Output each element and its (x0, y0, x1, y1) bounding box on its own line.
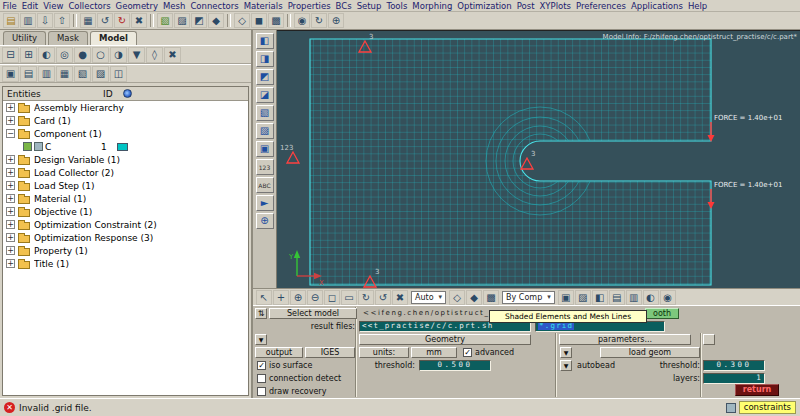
wireframe-mode-icon[interactable]: ◇ (449, 290, 465, 305)
config-view-icon[interactable]: ◫ (110, 66, 127, 82)
redo-icon[interactable]: ↻ (114, 13, 130, 28)
tree-item-component-c[interactable]: C 1 (3, 140, 248, 153)
shaded-mesh-mode-icon[interactable]: ▩ (483, 290, 499, 305)
section-cut-icon[interactable]: ◧ (592, 290, 608, 305)
tree-item-optimization-response[interactable]: Optimization Response (3) (3, 231, 248, 244)
zoom-in-icon[interactable]: ⊕ (290, 290, 306, 305)
geom-view-icon[interactable]: ▨ (92, 66, 109, 82)
tab-utility[interactable]: Utility (3, 31, 46, 45)
tree-item-load-step[interactable]: Load Step (1) (3, 179, 248, 192)
rotate-icon[interactable]: ↻ (358, 290, 374, 305)
menu-tools[interactable]: Tools (384, 1, 410, 11)
expand-icon[interactable] (6, 194, 15, 203)
menu-setup[interactable]: Setup (354, 1, 384, 11)
expand-tree-icon[interactable]: ⊞ (20, 47, 37, 63)
open-file-icon[interactable]: ▤ (3, 13, 19, 28)
menu-bcs[interactable]: BCs (333, 1, 354, 11)
units-value-button[interactable]: mm (411, 347, 457, 358)
tree-item-load-collector[interactable]: Load Collector (2) (3, 166, 248, 179)
menu-edit[interactable]: Edit (19, 1, 40, 11)
tree-item-assembly-hierarchy[interactable]: Assembly Hierarchy (3, 101, 248, 114)
menu-post[interactable]: Post (514, 1, 537, 11)
checkbox-icon[interactable] (257, 361, 266, 370)
layers-field[interactable]: 1 (703, 373, 765, 384)
selection-mode-select[interactable]: Auto ▾ (411, 291, 446, 304)
component-color-swatch[interactable] (117, 143, 128, 151)
expand-icon[interactable] (6, 246, 15, 255)
filter-icon[interactable]: ▼ (128, 47, 145, 63)
menu-properties[interactable]: Properties (285, 1, 333, 11)
menu-view[interactable]: View (41, 1, 66, 11)
menu-connectors[interactable]: Connectors (188, 1, 241, 11)
wireframe-view-icon[interactable]: ◇ (234, 13, 250, 28)
menu-optimization[interactable]: Optimization (455, 1, 514, 11)
view-left-icon[interactable]: ▧ (256, 105, 274, 121)
mask-panel-icon[interactable]: ▤ (609, 290, 625, 305)
units-dropdown[interactable]: units: (359, 347, 409, 358)
mesh-shaded-view-icon[interactable]: ▩ (268, 13, 284, 28)
return-button[interactable]: return (735, 384, 779, 396)
threshold-iso-field[interactable]: 0.500 (419, 360, 491, 371)
color-mode-select[interactable]: By Comp ▾ (502, 291, 555, 304)
entity-state-icon[interactable]: ◆ (208, 13, 224, 28)
fit-icon[interactable]: ▭ (341, 290, 357, 305)
expand-icon[interactable] (6, 220, 15, 229)
tree-item-component[interactable]: Component (1) (3, 127, 248, 140)
pan-icon[interactable]: + (273, 290, 289, 305)
show-hide-icon[interactable]: ◐ (38, 47, 55, 63)
tree-item-material[interactable]: Material (1) (3, 192, 248, 205)
load-geom-dropdown[interactable]: ▼ (560, 347, 572, 358)
collapse-icon[interactable] (6, 129, 15, 138)
menu-materials[interactable]: Materials (241, 1, 285, 11)
property-view-icon[interactable]: ▤ (20, 66, 37, 82)
isolate-icon[interactable]: ◎ (56, 47, 73, 63)
expand-icon[interactable] (6, 168, 15, 177)
threshold-autobead-field[interactable]: 0.300 (703, 360, 765, 371)
reverse-icon[interactable]: ◐ (643, 290, 659, 305)
expand-icon[interactable] (6, 207, 15, 216)
panel-down-button[interactable]: ▼ (255, 334, 267, 345)
menu-mesh[interactable]: Mesh (160, 1, 187, 11)
menu-xyplots[interactable]: XYPlots (537, 1, 573, 11)
previous-view-icon[interactable]: ↺ (375, 290, 391, 305)
menu-geometry[interactable]: Geometry (113, 1, 160, 11)
clear-icon[interactable]: ✖ (392, 290, 408, 305)
undo-icon[interactable]: ↺ (97, 13, 113, 28)
load-view-icon[interactable]: ▦ (56, 66, 73, 82)
colors-icon[interactable]: ◩ (191, 13, 207, 28)
menu-preferences[interactable]: Preferences (573, 1, 628, 11)
delete-entity-icon[interactable]: ✖ (164, 47, 181, 63)
tree-item-objective[interactable]: Objective (1) (3, 205, 248, 218)
autobead-dropdown[interactable]: ▼ (560, 360, 572, 371)
expand-icon[interactable] (6, 103, 15, 112)
view-top-icon[interactable]: ◩ (256, 69, 274, 85)
unmask-icon[interactable]: ▥ (626, 290, 642, 305)
tab-mask[interactable]: Mask (48, 31, 88, 45)
iso-surface-checkbox[interactable]: iso surface (257, 360, 312, 371)
tree-item-card[interactable]: Card (1) (3, 114, 248, 127)
load-markers-icon[interactable]: ► (256, 195, 274, 211)
geometry-button[interactable]: Geometry (359, 334, 531, 345)
zoom-out-icon[interactable]: ⊖ (307, 290, 323, 305)
transparency-icon[interactable]: ▨ (575, 290, 591, 305)
constraints-indicator[interactable]: constraints (739, 401, 796, 414)
menu-morphing[interactable]: Morphing (410, 1, 455, 11)
node-numbers-icon[interactable]: 123 (256, 159, 274, 175)
reverse-display-icon[interactable]: ◑ (110, 47, 127, 63)
load-geom-button[interactable]: load geom (600, 347, 700, 358)
material-view-icon[interactable]: ▥ (38, 66, 55, 82)
select-model-button[interactable]: Select model (269, 308, 357, 319)
menu-file[interactable]: File (0, 1, 19, 11)
checkbox-icon[interactable] (257, 387, 266, 396)
panel-toggle-box[interactable] (703, 334, 715, 345)
graphics-viewport[interactable]: Model.Info: F:/zhifeng.chen/optistruct_p… (277, 30, 800, 288)
select-pointer-icon[interactable]: ↖ (256, 290, 272, 305)
smooth-button[interactable]: ooth (645, 308, 679, 319)
tab-model[interactable]: Model (90, 31, 137, 45)
fit-view-icon[interactable]: ⊕ (328, 13, 344, 28)
display-all-icon[interactable]: ● (74, 47, 91, 63)
print-icon[interactable]: ▦ (80, 13, 96, 28)
component-view-icon[interactable]: ▣ (2, 66, 19, 82)
element-labels-icon[interactable]: ABC (256, 177, 274, 193)
display-none-icon[interactable]: ○ (92, 47, 109, 63)
